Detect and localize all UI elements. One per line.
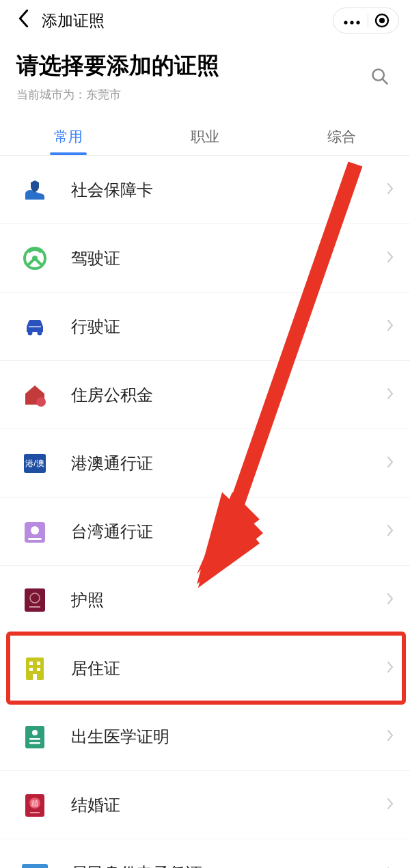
svg-point-18: [31, 526, 39, 534]
svg-point-30: [32, 730, 38, 735]
svg-point-2: [356, 21, 359, 24]
svg-point-14: [36, 397, 46, 407]
tab-label: 综合: [327, 127, 356, 146]
list-item[interactable]: 居住证: [0, 634, 410, 703]
list-item[interactable]: 护照: [0, 566, 410, 634]
svg-point-0: [344, 21, 347, 24]
tabs: 常用 职业 综合: [0, 118, 410, 156]
svg-rect-13: [29, 326, 41, 327]
eid-card-icon: [19, 858, 51, 868]
list-item[interactable]: 台湾通行证: [0, 498, 410, 566]
chevron-right-icon: [387, 318, 394, 334]
tab-common[interactable]: 常用: [0, 118, 137, 155]
birth-certificate-icon: [19, 721, 51, 752]
svg-text:港/澳: 港/澳: [25, 459, 44, 468]
more-icon[interactable]: [339, 12, 365, 29]
svg-rect-26: [29, 668, 33, 671]
svg-text:囍: 囍: [31, 800, 38, 807]
chevron-right-icon: [387, 660, 394, 676]
city-info: 当前城市为：东莞市: [16, 87, 394, 103]
svg-rect-27: [37, 668, 40, 671]
svg-rect-25: [37, 662, 40, 665]
list-item[interactable]: 港/澳 港澳通行证: [0, 429, 410, 498]
list-item[interactable]: 行驶证: [0, 293, 410, 361]
vehicle-license-icon: [19, 311, 51, 342]
list-item[interactable]: 出生医学证明: [0, 703, 410, 771]
chevron-right-icon: [387, 866, 394, 869]
taiwan-permit-icon: [19, 516, 51, 547]
page-header: 请选择要添加的证照 当前城市为：东莞市: [0, 41, 410, 109]
list-item[interactable]: 社会保障卡: [0, 156, 410, 224]
close-target-icon[interactable]: [374, 12, 390, 29]
list-item-label: 护照: [71, 589, 104, 611]
svg-rect-19: [28, 538, 42, 540]
page-title: 请选择要添加的证照: [16, 51, 394, 81]
svg-line-6: [383, 79, 387, 83]
back-icon[interactable]: [11, 5, 36, 36]
certificate-list: 社会保障卡 驾驶证 行驶证 住房公积金 港/澳 港澳通行证 台湾通行证: [0, 156, 410, 868]
passport-icon: [19, 584, 51, 616]
chevron-right-icon: [387, 182, 394, 198]
list-item-label: 居民身份电子凭证: [71, 863, 202, 868]
list-item-label: 社会保障卡: [71, 179, 153, 201]
annotation-highlight: [6, 632, 406, 705]
svg-rect-20: [25, 588, 45, 612]
svg-rect-36: [30, 812, 40, 813]
search-icon[interactable]: [370, 67, 390, 89]
list-item-label: 出生医学证明: [71, 726, 169, 748]
social-security-card-icon: [19, 174, 51, 206]
list-item[interactable]: 囍 结婚证: [0, 771, 410, 839]
svg-line-10: [35, 258, 42, 265]
svg-rect-32: [29, 742, 40, 744]
mini-program-capsule: [333, 8, 399, 33]
chevron-right-icon: [387, 387, 394, 403]
residence-permit-icon: [19, 653, 51, 684]
list-item-label: 住房公积金: [71, 384, 153, 406]
tab-label: 职业: [191, 127, 219, 146]
svg-rect-31: [29, 738, 40, 740]
hk-macau-permit-icon: 港/澳: [19, 448, 51, 479]
svg-point-11: [28, 330, 33, 335]
svg-point-12: [38, 330, 42, 335]
capsule-divider: [368, 14, 368, 27]
housing-fund-icon: [19, 379, 51, 411]
svg-line-9: [28, 258, 35, 265]
city-prefix: 当前城市为：: [16, 88, 86, 101]
list-item[interactable]: 居民身份电子凭证: [0, 839, 410, 868]
svg-rect-24: [29, 662, 33, 665]
navbar: 添加证照: [0, 0, 410, 41]
city-name: 东莞市: [86, 88, 121, 101]
list-item-label: 驾驶证: [71, 247, 120, 269]
svg-point-1: [350, 21, 353, 24]
list-item-label: 居住证: [71, 657, 120, 679]
svg-rect-28: [33, 674, 37, 680]
svg-rect-29: [25, 726, 44, 748]
chevron-right-icon: [387, 455, 394, 471]
svg-rect-22: [29, 606, 40, 608]
tab-comprehensive[interactable]: 综合: [273, 118, 410, 155]
chevron-right-icon: [387, 729, 394, 744]
list-item-label: 行驶证: [71, 316, 120, 338]
chevron-right-icon: [387, 250, 394, 266]
svg-point-4: [379, 18, 385, 23]
chevron-right-icon: [387, 592, 394, 608]
navbar-title: 添加证照: [42, 10, 105, 31]
chevron-right-icon: [387, 797, 394, 813]
tab-label: 常用: [54, 127, 83, 146]
drivers-license-icon: [19, 243, 51, 274]
list-item-label: 结婚证: [71, 794, 120, 816]
marriage-certificate-icon: 囍: [19, 789, 51, 821]
list-item[interactable]: 住房公积金: [0, 361, 410, 429]
list-item-label: 港澳通行证: [71, 452, 153, 474]
tab-occupation[interactable]: 职业: [137, 118, 273, 155]
list-item[interactable]: 驾驶证: [0, 224, 410, 293]
list-item-label: 台湾通行证: [71, 521, 153, 543]
svg-rect-37: [22, 864, 48, 868]
chevron-right-icon: [387, 524, 394, 539]
